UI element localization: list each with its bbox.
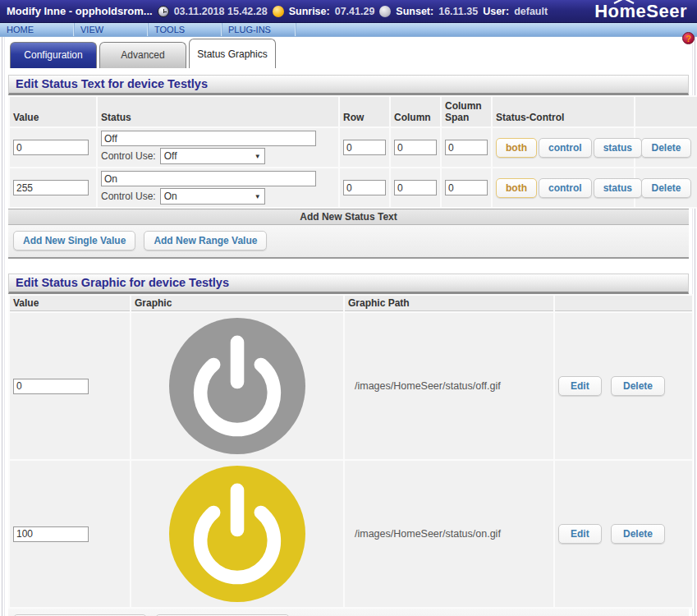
status-graphic-header-row: Value Graphic Graphic Path (10, 296, 692, 311)
tab-configuration[interactable]: Configuration (10, 42, 97, 68)
control-use-select[interactable]: Off ▼ (160, 148, 265, 164)
status-control-status-button[interactable]: status (594, 138, 642, 158)
status-text-row-on: Control Use: On ▼ both control status De (10, 168, 697, 207)
col-header-graphic: Graphic (131, 296, 343, 311)
edit-button[interactable]: Edit (558, 376, 602, 396)
row-input[interactable] (343, 140, 386, 155)
status-text-table: Value Status Row Column Column Span Stat… (8, 95, 697, 209)
graphic-value-input[interactable] (13, 379, 89, 394)
sunrise-icon (273, 6, 284, 17)
add-new-single-value-button[interactable]: Add New Single Value (13, 231, 135, 251)
logo-text: HomeSeer (594, 1, 687, 21)
power-on-icon (169, 466, 305, 602)
status-control-control-button[interactable]: control (539, 138, 592, 158)
col-header-column: Column (391, 97, 440, 126)
status-graphic-buttons-bar: Add New Single Graphic Add New Range Gra… (8, 609, 689, 616)
dropdown-arrow-icon: ▼ (254, 193, 261, 200)
control-use-label: Control Use: (101, 191, 156, 202)
status-input[interactable] (101, 131, 316, 146)
status-graphic-section-title: Edit Status Graphic for device Testlys (8, 274, 689, 294)
status-graphic-row-on: /images/HomeSeer/status/on.gif Edit Dele… (10, 461, 692, 607)
col-header-status: Status (98, 97, 338, 126)
row-input[interactable] (343, 180, 386, 195)
graphic-path-text: /images/HomeSeer/status/off.gif (348, 380, 550, 392)
col-header-row: Row (340, 97, 389, 126)
delete-button[interactable]: Delete (611, 524, 665, 544)
add-new-status-text-bar: Add New Status Text (8, 209, 689, 225)
graphic-path-text: /images/HomeSeer/status/on.gif (348, 528, 550, 540)
control-use-label: Control Use: (101, 150, 156, 162)
status-graphic-row-off: /images/HomeSeer/status/off.gif Edit Del… (10, 313, 692, 459)
tab-status-graphics[interactable]: Status Graphics (189, 39, 276, 68)
status-text-header-row: Value Status Row Column Column Span Stat… (10, 97, 697, 126)
menubar: HOME VIEW TOOLS PLUG-INS ? (0, 23, 697, 37)
status-control-group: both control status (496, 138, 631, 158)
sunset-label: Sunset: (396, 6, 433, 17)
menu-home[interactable]: HOME (0, 23, 74, 36)
col-header-actions (555, 296, 692, 311)
power-off-icon (169, 318, 305, 454)
status-control-status-button[interactable]: status (594, 178, 642, 198)
sunrise-value: 07.41.29 (335, 6, 375, 17)
titlebar: Modify Inne - oppholdsrom... 03.11.2018 … (0, 0, 697, 23)
col-header-status-control: Status-Control (493, 97, 634, 126)
status-control-both-button[interactable]: both (496, 178, 537, 198)
status-input[interactable] (101, 171, 316, 186)
status-text-buttons-bar: Add New Single Value Add New Range Value (8, 225, 689, 259)
col-header-column-span: Column Span (442, 97, 491, 126)
column-input[interactable] (394, 140, 437, 155)
tab-advanced[interactable]: Advanced (99, 42, 186, 68)
value-input[interactable] (13, 140, 89, 155)
sunrise-label: Sunrise: (289, 6, 330, 17)
homeseer-logo: HomeSeer (594, 1, 690, 22)
dropdown-arrow-icon: ▼ (254, 153, 261, 160)
status-control-both-button[interactable]: both (496, 138, 537, 158)
menu-plugins[interactable]: PLUG-INS (222, 23, 296, 36)
sunset-value: 16.11.35 (438, 6, 478, 17)
control-use-select[interactable]: On ▼ (160, 188, 265, 205)
menu-view[interactable]: VIEW (74, 23, 148, 36)
tab-strip: Configuration Advanced Status Graphics (8, 37, 689, 68)
logo-roof-icon (613, 0, 635, 4)
status-graphic-table: Value Graphic Graphic Path /images/HomeS… (8, 294, 694, 609)
column-span-input[interactable] (445, 140, 488, 155)
delete-button[interactable]: Delete (611, 376, 665, 396)
status-text-row-off: Control Use: Off ▼ both control status D (10, 128, 697, 167)
window-title: Modify Inne - oppholdsrom... (7, 5, 153, 17)
status-text-section-title: Edit Status Text for device Testlys (8, 75, 689, 95)
column-input[interactable] (394, 180, 437, 195)
column-span-input[interactable] (445, 180, 488, 195)
delete-button[interactable]: Delete (641, 178, 690, 198)
user-label: User: (483, 6, 509, 17)
graphic-value-input[interactable] (13, 526, 89, 542)
edit-button[interactable]: Edit (558, 524, 602, 544)
user-value: default (514, 6, 548, 17)
col-header-value: Value (10, 97, 96, 126)
sunset-icon (379, 6, 391, 17)
col-header-actions (635, 97, 697, 126)
clock-icon (158, 6, 169, 17)
help-icon[interactable]: ? (682, 32, 695, 44)
status-control-control-button[interactable]: control (539, 178, 592, 198)
add-new-range-value-button[interactable]: Add New Range Value (144, 231, 267, 251)
value-input[interactable] (13, 180, 89, 195)
page-content: Configuration Advanced Status Graphics E… (2, 37, 695, 616)
col-header-graphic-path: Graphic Path (345, 296, 553, 311)
datetime-text: 03.11.2018 15.42.28 (174, 6, 268, 17)
control-use-selected-value: Off (164, 150, 177, 162)
menu-tools[interactable]: TOOLS (148, 23, 222, 36)
status-control-group: both control status (496, 178, 631, 198)
col-header-value: Value (10, 296, 130, 311)
control-use-selected-value: On (164, 191, 177, 202)
delete-button[interactable]: Delete (641, 138, 690, 158)
